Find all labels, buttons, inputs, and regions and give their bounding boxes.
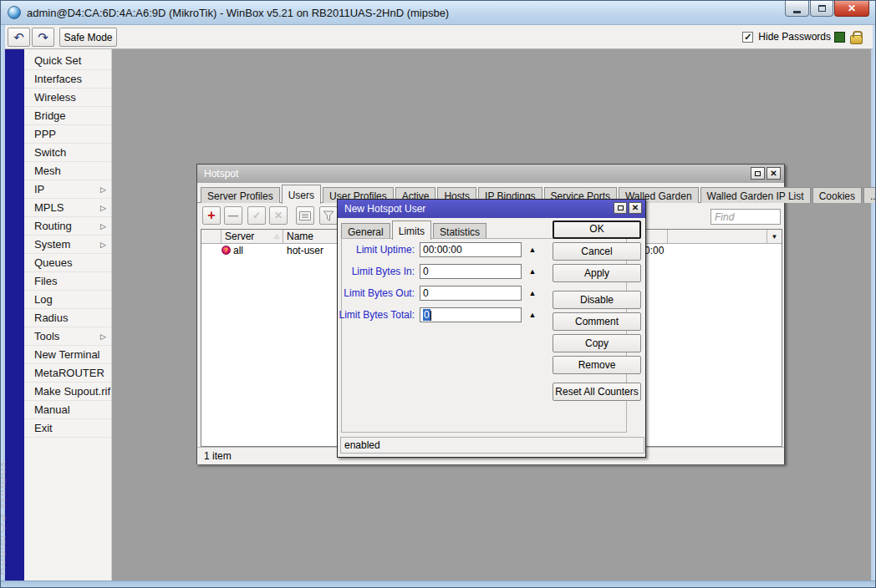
submenu-arrow-icon: ▷ (100, 236, 106, 254)
sidebar-item-interfaces[interactable]: Interfaces (24, 70, 111, 89)
sidebar-item-manual[interactable]: Manual (24, 401, 111, 419)
comment-item-button[interactable] (296, 206, 314, 225)
hotspot-close-button[interactable]: ✕ (766, 167, 781, 180)
safe-mode-button[interactable]: Safe Mode (59, 28, 117, 47)
redo-button[interactable]: ↷ (32, 28, 54, 47)
redo-icon: ↷ (38, 30, 48, 45)
limit-bytes-total-label: Limit Bytes Total: (339, 307, 415, 322)
spinner-up-icon[interactable]: ▲ (527, 289, 538, 297)
header-empty-column[interactable] (668, 230, 767, 243)
close-icon: ✕ (632, 204, 639, 212)
sidebar-item-switch[interactable]: Switch (24, 144, 111, 162)
sidebar-item-files[interactable]: Files (24, 272, 111, 291)
limit-bytes-in-input[interactable] (420, 264, 522, 279)
maximize-icon (755, 171, 761, 176)
tab-more[interactable]: ... (863, 187, 876, 203)
dialog-maximize-button[interactable] (614, 202, 627, 214)
tab-general[interactable]: General (341, 223, 390, 239)
main-titlebar: admin@D4:CA:6D:4A:A6:9D (MikroTik) - Win… (1, 1, 876, 25)
cancel-button[interactable]: Cancel (553, 242, 641, 261)
reset-all-counters-button[interactable]: Reset All Counters (553, 383, 641, 401)
sidebar-item-ip[interactable]: IP▷ (24, 180, 111, 199)
undo-button[interactable]: ↶ (8, 28, 30, 47)
main-toolbar: ↶ ↷ Safe Mode ✓ Hide Passwords (5, 25, 873, 49)
routeros-winbox-brand: RouterOS WinBox (0, 460, 8, 575)
spinner-up-icon[interactable]: ▲ (527, 311, 538, 319)
sidebar-item-tools[interactable]: Tools▷ (24, 327, 111, 346)
sidebar-item-routing[interactable]: Routing▷ (24, 217, 111, 236)
sidebar-item-label: Exit (34, 422, 53, 434)
tab-users[interactable]: Users (282, 185, 321, 204)
find-input[interactable] (710, 209, 781, 225)
dialog-title: New Hotspot User (344, 203, 425, 215)
sidebar-item-wireless[interactable]: Wireless (24, 89, 111, 107)
tab-walled-garden-ip-list[interactable]: Walled Garden IP List (700, 187, 811, 203)
sidebar-item-quick-set[interactable]: Quick Set (24, 52, 111, 70)
disable-icon: ✕ (274, 210, 283, 220)
enable-button[interactable]: ✓ (247, 206, 266, 225)
limit-bytes-out-label: Limit Bytes Out: (344, 286, 415, 301)
sidebar-item-label: Wireless (34, 91, 76, 104)
sidebar-item-make-supout[interactable]: Make Supout.rif (24, 383, 111, 401)
dialog-close-button[interactable]: ✕ (629, 202, 642, 214)
copy-button[interactable]: Copy (553, 334, 641, 352)
apply-button[interactable]: Apply (553, 264, 641, 282)
window-title: admin@D4:CA:6D:4A:A6:9D (MikroTik) - Win… (27, 7, 449, 19)
limit-bytes-total-input[interactable]: 0 (420, 307, 522, 322)
column-select-dropdown[interactable]: ▼ (766, 230, 782, 243)
minimize-button[interactable] (785, 1, 809, 17)
sidebar-item-label: Bridge (34, 109, 66, 122)
sidebar-item-exit[interactable]: Exit (24, 419, 111, 438)
add-button[interactable]: + (202, 206, 221, 225)
tab-server-profiles[interactable]: Server Profiles (201, 187, 280, 203)
sidebar-item-queues[interactable]: Queues (24, 254, 111, 272)
filter-button[interactable] (319, 206, 338, 225)
hotspot-maximize-button[interactable] (751, 167, 765, 180)
sidebar-item-label: Log (34, 293, 53, 306)
submenu-arrow-icon: ▷ (100, 218, 106, 236)
sidebar-item-label: MetaROUTER (34, 367, 104, 379)
text-caret (430, 311, 431, 321)
sidebar-item-metarouter[interactable]: MetaROUTER (24, 364, 111, 383)
comment-icon (299, 211, 311, 220)
sidebar-item-mpls[interactable]: MPLS▷ (24, 199, 111, 217)
limit-bytes-out-input[interactable] (420, 286, 522, 301)
cell-uptime-clipped: 0:00 (644, 245, 664, 256)
hide-passwords-checkbox[interactable]: ✓ (742, 32, 753, 43)
disable-button[interactable]: Disable (553, 291, 641, 309)
sidebar-item-mesh[interactable]: Mesh (24, 162, 111, 180)
tab-statistics[interactable]: Statistics (433, 223, 486, 239)
spinner-up-icon[interactable]: ▲ (527, 246, 538, 254)
tab-cookies[interactable]: Cookies (812, 187, 862, 203)
hotspot-titlebar[interactable]: Hotspot ✕ (197, 165, 784, 183)
hide-passwords-label: Hide Passwords (758, 31, 831, 43)
sidebar-item-system[interactable]: System▷ (24, 236, 111, 254)
remove-item-button[interactable]: — (224, 206, 242, 225)
sidebar-item-label: Quick Set (34, 54, 81, 67)
sidebar-item-new-terminal[interactable]: New Terminal (24, 346, 111, 364)
header-server-column[interactable]: Server △ (222, 230, 283, 243)
sidebar-item-label: Switch (34, 146, 66, 159)
maximize-icon (818, 5, 826, 12)
sidebar-item-log[interactable]: Log (24, 291, 111, 309)
sidebar-item-label: MPLS (34, 201, 64, 214)
close-button[interactable]: ✕ (834, 1, 869, 17)
disable-item-button[interactable]: ✕ (269, 206, 288, 225)
sidebar-item-bridge[interactable]: Bridge (24, 107, 111, 125)
sidebar-item-ppp[interactable]: PPP (24, 125, 111, 144)
ok-button[interactable]: OK (553, 220, 641, 239)
limit-uptime-input[interactable] (420, 242, 522, 257)
sidebar-menu: Quick Set Interfaces Wireless Bridge PPP… (24, 49, 112, 580)
dialog-titlebar[interactable]: New Hotspot User ✕ (338, 200, 645, 218)
remove-button[interactable]: Remove (553, 356, 641, 374)
sidebar-item-label: Interfaces (34, 73, 82, 85)
comment-button[interactable]: Comment (553, 312, 641, 331)
spinner-up-icon[interactable]: ▲ (527, 267, 538, 276)
sidebar-item-radius[interactable]: Radius (24, 309, 111, 327)
enable-icon: ✓ (252, 210, 261, 220)
header-flags-column[interactable] (201, 230, 222, 243)
tab-limits[interactable]: Limits (392, 220, 431, 240)
maximize-button[interactable] (810, 1, 833, 17)
column-label: Server (225, 231, 254, 242)
chevron-down-icon: ▼ (772, 233, 778, 241)
